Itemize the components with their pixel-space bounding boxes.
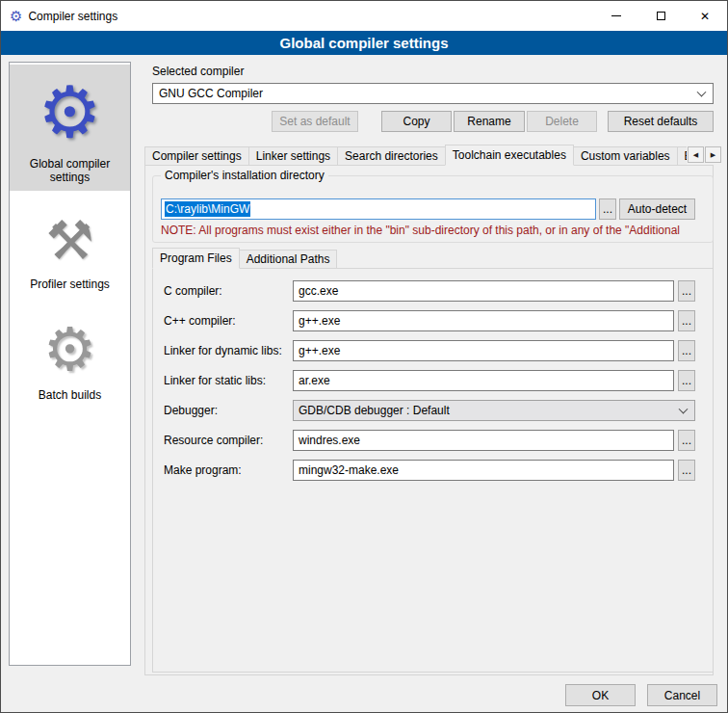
window-title: Compiler settings xyxy=(28,10,117,23)
debugger-label: Debugger: xyxy=(164,404,293,417)
sidebar-item-global-compiler-settings[interactable]: ⚙ Global compiler settings xyxy=(10,65,130,191)
sidebar-item-label: Profiler settings xyxy=(30,277,110,291)
close-button[interactable]: ✕ xyxy=(683,1,727,31)
resource-compiler-value: windres.exe xyxy=(299,434,360,447)
installation-directory-input[interactable]: C:\raylib\MinGW xyxy=(161,198,596,220)
page-title: Global compiler settings xyxy=(1,31,727,55)
app-gear-icon: ⚙ xyxy=(10,9,22,23)
dynamic-linker-input[interactable]: g++.exe xyxy=(293,340,674,361)
c-compiler-browse-button[interactable]: ... xyxy=(678,280,695,302)
rename-button[interactable]: Rename xyxy=(454,111,525,132)
cpp-compiler-label: C++ compiler: xyxy=(164,314,293,328)
dynamic-linker-browse-button[interactable]: ... xyxy=(678,340,695,361)
compiler-tabs: Compiler settings Linker settings Search… xyxy=(144,145,687,166)
tab-linker-settings[interactable]: Linker settings xyxy=(248,146,338,166)
sidebar-item-label: Batch builds xyxy=(39,388,101,402)
debugger-dropdown[interactable]: GDB/CDB debugger : Default xyxy=(293,400,695,421)
program-subtabs: Program Files Additional Paths xyxy=(152,249,336,269)
dynamic-linker-label: Linker for dynamic libs: xyxy=(164,344,293,357)
dynamic-linker-value: g++.exe xyxy=(299,344,340,357)
tab-toolchain-executables[interactable]: Toolchain executables xyxy=(445,145,574,166)
bin-subdirectory-note: NOTE: All programs must exist either in … xyxy=(161,224,713,237)
static-linker-input[interactable]: ar.exe xyxy=(293,370,674,391)
maximize-button[interactable] xyxy=(638,1,683,31)
form-row-static-linker: Linker for static libs: ar.exe ... xyxy=(164,370,695,391)
chevron-down-icon xyxy=(697,88,707,97)
tab-build-options-truncated[interactable]: Buil xyxy=(677,146,687,166)
ok-button[interactable]: OK xyxy=(565,684,636,706)
global-compiler-gear-icon: ⚙ xyxy=(38,71,101,154)
tab-scroll-right-icon[interactable]: ▶ xyxy=(705,146,721,163)
compiler-settings-dialog: ⚙ Compiler settings ✕ Global compiler se… xyxy=(0,0,728,713)
make-program-label: Make program: xyxy=(164,463,293,477)
tab-search-directories[interactable]: Search directories xyxy=(337,146,446,166)
minimize-icon xyxy=(611,15,621,16)
c-compiler-input[interactable]: gcc.exe xyxy=(293,280,674,302)
form-row-dynamic-linker: Linker for dynamic libs: g++.exe ... xyxy=(164,340,695,361)
selected-compiler-label: Selected compiler xyxy=(152,65,244,78)
auto-detect-button[interactable]: Auto-detect xyxy=(619,198,695,220)
c-compiler-label: C compiler: xyxy=(164,284,293,298)
static-linker-value: ar.exe xyxy=(299,374,330,387)
subtab-additional-paths[interactable]: Additional Paths xyxy=(239,250,338,269)
delete-button[interactable]: Delete xyxy=(527,111,597,132)
batch-builds-gear-icon: ⚙ xyxy=(43,314,97,385)
form-row-c-compiler: C compiler: gcc.exe ... xyxy=(164,280,695,302)
settings-sidebar: ⚙ Global compiler settings ⚒ Profiler se… xyxy=(9,62,131,666)
program-files-page: C compiler: gcc.exe ... C++ compiler: g+… xyxy=(152,268,714,673)
reset-defaults-button[interactable]: Reset defaults xyxy=(608,111,714,132)
form-row-cpp-compiler: C++ compiler: g++.exe ... xyxy=(164,310,695,331)
titlebar: ⚙ Compiler settings ✕ xyxy=(1,1,727,31)
window-controls: ✕ xyxy=(594,1,727,31)
selected-compiler-value: GNU GCC Compiler xyxy=(159,87,263,100)
profiler-tool-icon: ⚒ xyxy=(45,207,93,275)
cpp-compiler-value: g++.exe xyxy=(299,314,340,328)
c-compiler-value: gcc.exe xyxy=(299,284,338,298)
resource-compiler-label: Resource compiler: xyxy=(164,434,293,447)
tab-scroll-buttons: ◀ ▶ xyxy=(687,146,721,163)
make-program-browse-button[interactable]: ... xyxy=(678,460,695,481)
installation-directory-label: Compiler's installation directory xyxy=(161,169,328,182)
static-linker-browse-button[interactable]: ... xyxy=(678,370,695,391)
installation-directory-value: C:\raylib\MinGW xyxy=(165,201,250,217)
browse-directory-button[interactable]: ... xyxy=(599,198,616,220)
form-row-debugger: Debugger: GDB/CDB debugger : Default xyxy=(164,400,695,421)
close-icon: ✕ xyxy=(700,11,710,22)
make-program-input[interactable]: mingw32-make.exe xyxy=(293,460,674,481)
resource-compiler-input[interactable]: windres.exe xyxy=(293,430,674,451)
sidebar-item-label: Global compiler settings xyxy=(13,157,127,184)
maximize-icon xyxy=(657,12,665,20)
tab-custom-variables[interactable]: Custom variables xyxy=(573,146,678,166)
cpp-compiler-browse-button[interactable]: ... xyxy=(678,310,695,331)
tab-scroll-left-icon[interactable]: ◀ xyxy=(688,146,704,163)
copy-button[interactable]: Copy xyxy=(381,111,452,132)
resource-compiler-browse-button[interactable]: ... xyxy=(678,430,695,451)
form-row-make-program: Make program: mingw32-make.exe ... xyxy=(164,460,695,481)
sidebar-item-profiler-settings[interactable]: ⚒ Profiler settings xyxy=(10,200,130,298)
form-row-resource-compiler: Resource compiler: windres.exe ... xyxy=(164,430,695,451)
subtab-program-files[interactable]: Program Files xyxy=(152,248,240,269)
set-as-default-button[interactable]: Set as default xyxy=(272,111,358,132)
selected-compiler-dropdown[interactable]: GNU GCC Compiler xyxy=(152,83,714,104)
cancel-button[interactable]: Cancel xyxy=(647,684,717,706)
chevron-down-icon xyxy=(679,405,689,414)
make-program-value: mingw32-make.exe xyxy=(299,463,399,477)
tab-compiler-settings[interactable]: Compiler settings xyxy=(144,146,249,166)
debugger-value: GDB/CDB debugger : Default xyxy=(299,404,450,417)
cpp-compiler-input[interactable]: g++.exe xyxy=(293,310,674,331)
static-linker-label: Linker for static libs: xyxy=(164,374,293,387)
sidebar-item-batch-builds[interactable]: ⚙ Batch builds xyxy=(10,307,130,409)
minimize-button[interactable] xyxy=(594,1,638,31)
